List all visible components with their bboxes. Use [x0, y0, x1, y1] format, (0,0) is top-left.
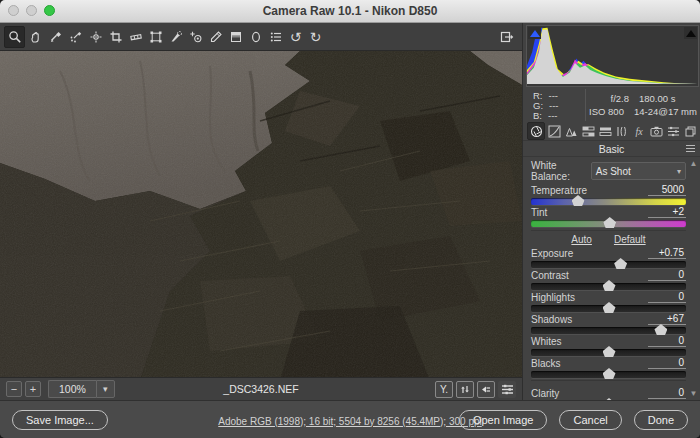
tab-lens-corrections[interactable]: [614, 123, 630, 139]
radial-filter-tool-icon[interactable]: [246, 27, 265, 47]
toggle-fullscreen-icon[interactable]: [498, 27, 517, 47]
tab-camera-calibration[interactable]: [648, 123, 664, 139]
straighten-tool-icon[interactable]: [126, 27, 145, 47]
copy-settings-button[interactable]: [477, 381, 495, 398]
photo-preview[interactable]: [0, 51, 522, 377]
white-balance-value: As Shot: [596, 166, 631, 177]
slider-thumb[interactable]: [654, 324, 667, 335]
zoom-level-select[interactable]: 100% ▾: [48, 380, 115, 398]
rgb-readout: R:--- G:--- B:---: [523, 89, 585, 121]
rotate-left-icon[interactable]: ↺: [286, 27, 305, 47]
chevron-down-icon[interactable]: ▾: [96, 380, 115, 398]
transform-tool-icon[interactable]: [146, 27, 165, 47]
slider-control: Tint +2: [531, 206, 686, 227]
panel-title: Basic: [599, 143, 625, 155]
before-after-view-button[interactable]: Y.: [435, 381, 453, 398]
slider-value-field[interactable]: +0.75: [648, 247, 686, 259]
left-column: ↺ ↻: [0, 23, 522, 400]
scroll-up-icon[interactable]: ▲: [690, 159, 698, 168]
slider-track[interactable]: [531, 305, 686, 312]
slider-track[interactable]: [531, 327, 686, 334]
tab-detail[interactable]: [563, 123, 579, 139]
tab-hsl-adjustments[interactable]: [580, 123, 596, 139]
slider-thumb[interactable]: [603, 217, 616, 228]
tab-effects[interactable]: fx: [631, 123, 647, 139]
tab-presets[interactable]: [665, 123, 681, 139]
auto-default-row: Auto Default: [531, 230, 686, 247]
slider-thumb[interactable]: [603, 346, 616, 357]
hand-tool-icon[interactable]: [26, 27, 45, 47]
slider-thumb[interactable]: [603, 368, 616, 379]
workflow-options-link[interactable]: Adobe RGB (1998); 16 bit; 5504 by 8256 (…: [218, 416, 482, 427]
slider-thumb[interactable]: [603, 280, 616, 291]
slider-control: Exposure +0.75: [531, 247, 686, 268]
slider-label: Clarity: [531, 388, 559, 399]
slider-value-field[interactable]: 0: [648, 269, 686, 281]
slider-track[interactable]: [531, 261, 686, 268]
red-eye-tool-icon[interactable]: [186, 27, 205, 47]
chevron-down-icon: ▾: [677, 167, 681, 176]
slider-label: Whites: [531, 336, 562, 347]
adjustment-brush-tool-icon[interactable]: [206, 27, 225, 47]
swap-before-after-button[interactable]: [456, 381, 474, 398]
slider-value-field[interactable]: 0: [648, 291, 686, 303]
scroll-down-icon[interactable]: ▼: [690, 389, 698, 398]
adjustments-panel: R:--- G:--- B:--- f/2.8180.00 s ISO 8001…: [522, 23, 700, 400]
toggle-settings-icon[interactable]: [498, 381, 516, 398]
auto-link[interactable]: Auto: [571, 234, 592, 245]
preview-status-bar: − + 100% ▾ _DSC3426.NEF Y.: [0, 377, 522, 400]
save-image-button[interactable]: Save Image...: [12, 410, 108, 430]
default-link[interactable]: Default: [614, 234, 646, 245]
white-balance-tool-icon[interactable]: [46, 27, 65, 47]
zoom-window-button[interactable]: [44, 5, 55, 16]
slider-track[interactable]: [531, 283, 686, 290]
white-balance-select[interactable]: As Shot ▾: [591, 162, 686, 180]
slider-track[interactable]: [531, 349, 686, 356]
close-button[interactable]: [8, 5, 19, 16]
panel-menu-icon[interactable]: [686, 145, 695, 153]
graduated-filter-tool-icon[interactable]: [226, 27, 245, 47]
zoom-in-button[interactable]: +: [25, 381, 41, 397]
cancel-button[interactable]: Cancel: [559, 410, 621, 430]
slider-track[interactable]: [531, 220, 686, 227]
slider-value-field[interactable]: 0: [648, 335, 686, 347]
targeted-adjustment-tool-icon[interactable]: [86, 27, 105, 47]
slider-track[interactable]: [531, 198, 686, 205]
slider-thumb[interactable]: [614, 258, 627, 269]
histogram[interactable]: [526, 25, 699, 87]
zoom-out-button[interactable]: −: [6, 381, 22, 397]
open-preferences-tool-icon[interactable]: [266, 27, 285, 47]
slider-value-field[interactable]: +2: [648, 206, 686, 218]
tab-basic[interactable]: [527, 122, 545, 140]
white-balance-label: White Balance:: [531, 160, 591, 182]
slider-value-field[interactable]: 5000: [648, 184, 686, 196]
window-title: Camera Raw 10.1 - Nikon D850: [263, 4, 438, 18]
highlight-clipping-warning[interactable]: [684, 27, 697, 39]
slider-label: Tint: [531, 207, 547, 218]
slider-thumb[interactable]: [603, 302, 616, 313]
photo-canvas: [0, 51, 522, 377]
slider-control: Clarity 0: [531, 387, 686, 400]
rotate-right-icon[interactable]: ↻: [306, 27, 325, 47]
slider-track[interactable]: [531, 371, 686, 378]
tab-snapshots[interactable]: [682, 123, 698, 139]
spot-removal-tool-icon[interactable]: [166, 27, 185, 47]
tab-tone-curve[interactable]: [546, 123, 562, 139]
crop-tool-icon[interactable]: [106, 27, 125, 47]
tab-split-toning[interactable]: [597, 123, 613, 139]
minimize-button[interactable]: [26, 5, 37, 16]
slider-value-field[interactable]: 0: [648, 357, 686, 369]
open-image-button[interactable]: Open Image: [459, 410, 548, 430]
slider-label: Exposure: [531, 248, 573, 259]
done-button[interactable]: Done: [634, 410, 688, 430]
slider-value-field[interactable]: 0: [648, 387, 686, 399]
shadow-clipping-warning[interactable]: [528, 27, 541, 39]
slider-thumb[interactable]: [572, 195, 585, 206]
title-bar[interactable]: Camera Raw 10.1 - Nikon D850: [0, 0, 700, 23]
zoom-tool-icon[interactable]: [4, 26, 25, 48]
panel-scrollbar[interactable]: ▲ ▼: [688, 159, 699, 398]
zoom-level-value[interactable]: 100%: [48, 380, 96, 398]
slider-value-field[interactable]: +67: [648, 313, 686, 325]
color-sampler-tool-icon[interactable]: [66, 27, 85, 47]
toolbar: ↺ ↻: [0, 23, 522, 51]
